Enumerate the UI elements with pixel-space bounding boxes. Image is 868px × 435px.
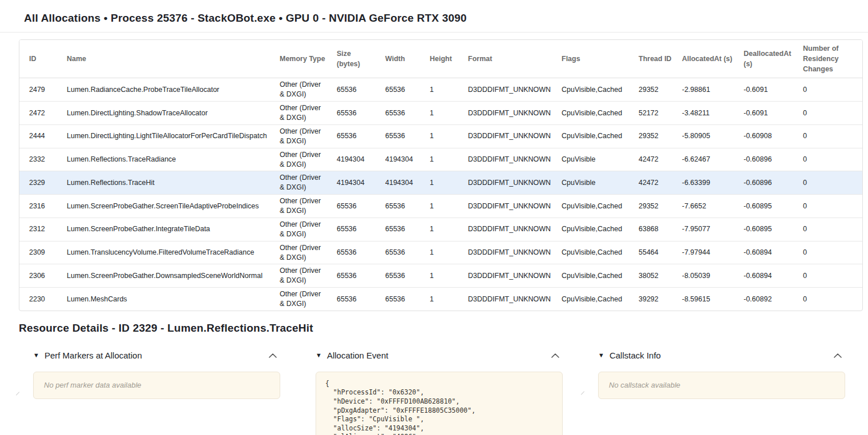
cell-allocated-at: -6.62467 [677, 148, 739, 171]
column-header-size[interactable]: Size (bytes) [332, 40, 381, 78]
cell-deallocated-at: -0.60908 [739, 124, 798, 148]
cell-thread-id: 29352 [634, 78, 677, 102]
cell-size: 4194304 [332, 148, 381, 171]
table-row[interactable]: 2309Lumen.TranslucencyVolume.FilteredVol… [19, 241, 863, 264]
cell-allocated-at: -5.80905 [677, 124, 739, 148]
cell-deallocated-at: -0.60894 [739, 241, 798, 264]
table-row[interactable]: 2332Lumen.Reflections.TraceRadianceOther… [19, 148, 863, 171]
cell-size: 65536 [332, 195, 381, 218]
cell-flags: CpuVisible,Cached [557, 78, 634, 102]
cell-name: Lumen.Reflections.TraceHit [62, 171, 275, 195]
table-row[interactable]: 2444Lumen.DirectLighting.LightTileAlloca… [19, 124, 863, 148]
cell-flags: CpuVisible,Cached [557, 218, 634, 241]
table-row[interactable]: 2329Lumen.Reflections.TraceHitOther (Dri… [19, 171, 863, 195]
cell-name: Lumen.ScreenProbeGather.IntegrateTileDat… [62, 218, 275, 241]
chevron-up-icon[interactable] [551, 353, 559, 358]
cell-size: 65536 [332, 288, 381, 311]
cell-thread-id: 39292 [634, 288, 677, 311]
column-header-residency-changes[interactable]: Number of Residency Changes [798, 40, 863, 78]
cell-format: D3DDDIFMT_UNKNOWN [463, 102, 557, 125]
cell-height: 1 [425, 148, 463, 171]
cell-format: D3DDDIFMT_UNKNOWN [463, 148, 557, 171]
cell-size: 65536 [332, 264, 381, 288]
perf-markers-panel-header[interactable]: ▼ Perf Markers at Allocation [33, 349, 280, 362]
column-header-thread-id[interactable]: Thread ID [634, 40, 677, 78]
cell-height: 1 [425, 241, 463, 264]
cell-deallocated-at: -0.60895 [739, 218, 798, 241]
perf-markers-panel: ▼ Perf Markers at Allocation No perf mar… [33, 349, 280, 399]
cell-format: D3DDDIFMT_UNKNOWN [463, 288, 557, 311]
cell-allocated-at: -3.48211 [677, 102, 739, 125]
callstack-panel-label: Callstack Info [609, 351, 661, 360]
cell-width: 4194304 [381, 171, 425, 195]
cell-size: 4194304 [332, 171, 381, 195]
chevron-up-icon[interactable] [834, 353, 842, 358]
column-header-memory-type[interactable]: Memory Type [275, 40, 332, 78]
cell-width: 65536 [381, 124, 425, 148]
cell-name: Lumen.DirectLighting.LightTileAllocatorF… [62, 124, 275, 148]
triangle-down-icon: ▼ [316, 352, 322, 359]
cell-flags: CpuVisible,Cached [557, 241, 634, 264]
cell-flags: CpuVisible,Cached [557, 124, 634, 148]
cell-residency-changes: 0 [798, 241, 863, 264]
column-header-width[interactable]: Width [381, 40, 425, 78]
table-row[interactable]: 2306Lumen.ScreenProbeGather.DownsampledS… [19, 264, 863, 288]
cell-memory-type: Other (Driver & DXGI) [275, 102, 332, 125]
cell-id: 2316 [19, 195, 62, 218]
triangle-down-icon: ▼ [598, 352, 604, 359]
cell-height: 1 [425, 78, 463, 102]
cell-memory-type: Other (Driver & DXGI) [275, 241, 332, 264]
cell-deallocated-at: -0.60894 [739, 264, 798, 288]
cell-height: 1 [425, 195, 463, 218]
allocation-event-panel-header[interactable]: ▼ Allocation Event [316, 349, 563, 362]
table-row[interactable]: 2312Lumen.ScreenProbeGather.IntegrateTil… [19, 218, 863, 241]
cell-id: 2479 [19, 78, 62, 102]
cell-width: 65536 [381, 78, 425, 102]
column-header-deallocated-at[interactable]: DeallocatedAt (s) [739, 40, 798, 78]
callstack-panel: ▼ Callstack Info No callstack available [598, 349, 845, 399]
cell-residency-changes: 0 [798, 288, 863, 311]
column-header-name[interactable]: Name [62, 40, 275, 78]
column-header-height[interactable]: Height [425, 40, 463, 78]
cell-width: 65536 [381, 195, 425, 218]
table-header-row: ID Name Memory Type Size (bytes) Width H… [19, 40, 863, 78]
column-header-allocated-at[interactable]: AllocatedAt (s) [677, 40, 739, 78]
table-row[interactable]: 2230Lumen.MeshCardsOther (Driver & DXGI)… [19, 288, 863, 311]
cell-thread-id: 42472 [634, 171, 677, 195]
cell-height: 1 [425, 264, 463, 288]
cell-allocated-at: -7.95077 [677, 218, 739, 241]
cell-name: Lumen.MeshCards [62, 288, 275, 311]
cell-height: 1 [425, 218, 463, 241]
cell-deallocated-at: -0.60895 [739, 195, 798, 218]
cell-thread-id: 38052 [634, 264, 677, 288]
cell-residency-changes: 0 [798, 195, 863, 218]
cell-flags: CpuVisible,Cached [557, 264, 634, 288]
cell-size: 65536 [332, 218, 381, 241]
cell-id: 2309 [19, 241, 62, 264]
cell-size: 65536 [332, 78, 381, 102]
cell-id: 2230 [19, 288, 62, 311]
cell-flags: CpuVisible [557, 148, 634, 171]
allocation-event-json[interactable]: { "hProcessId": "0x6320", "hDevice": "0x… [316, 372, 563, 435]
table-row[interactable]: 2472Lumen.DirectLighting.ShadowTraceAllo… [19, 102, 863, 125]
cell-height: 1 [425, 124, 463, 148]
cell-name: Lumen.ScreenProbeGather.DownsampledScene… [62, 264, 275, 288]
cell-id: 2306 [19, 264, 62, 288]
cell-id: 2312 [19, 218, 62, 241]
cell-flags: CpuVisible,Cached [557, 288, 634, 311]
table-row[interactable]: 2316Lumen.ScreenProbeGather.ScreenTileAd… [19, 195, 863, 218]
triangle-down-icon: ▼ [33, 352, 39, 359]
cell-flags: CpuVisible,Cached [557, 102, 634, 125]
cell-format: D3DDDIFMT_UNKNOWN [463, 264, 557, 288]
cell-name: Lumen.TranslucencyVolume.FilteredVolumeT… [62, 241, 275, 264]
column-header-format[interactable]: Format [463, 40, 557, 78]
table-row[interactable]: 2479Lumen.RadianceCache.ProbeTraceTileAl… [19, 78, 863, 102]
column-header-flags[interactable]: Flags [557, 40, 634, 78]
callstack-panel-header[interactable]: ▼ Callstack Info [598, 349, 845, 362]
cell-allocated-at: -7.6652 [677, 195, 739, 218]
column-header-id[interactable]: ID [19, 40, 62, 78]
chevron-up-icon[interactable] [269, 353, 277, 358]
cell-width: 65536 [381, 218, 425, 241]
cell-thread-id: 55464 [634, 241, 677, 264]
divider [0, 32, 868, 33]
